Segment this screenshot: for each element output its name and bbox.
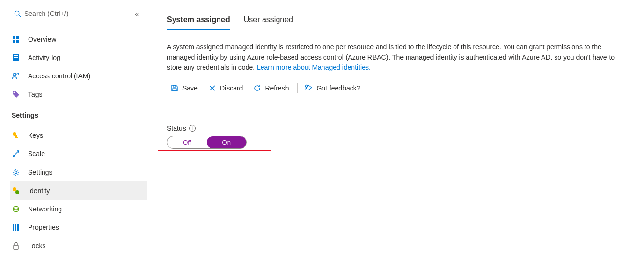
nav-locks[interactable]: Locks [10,237,147,255]
nav-label: Activity log [28,54,60,61]
discard-icon [208,84,216,92]
svg-rect-3 [16,36,19,39]
nav-label: Tags [28,90,43,98]
learn-more-link[interactable]: Learn more about Managed identities. [257,63,371,71]
status-label: Status [167,124,186,132]
tab-user-assigned[interactable]: User assigned [244,15,293,30]
svg-point-16 [13,187,16,191]
svg-rect-8 [14,57,18,58]
svg-rect-5 [16,40,19,43]
status-toggle[interactable]: Off On [167,136,247,149]
svg-rect-26 [173,89,176,91]
svg-rect-24 [14,245,18,249]
info-icon[interactable]: i [189,125,196,132]
svg-rect-22 [15,224,16,231]
gear-icon [12,168,20,177]
sidebar: « Overview Activity log Access control (… [0,0,147,270]
discard-button[interactable]: Discard [205,80,249,96]
search-row: « [10,6,147,21]
nav-label: Locks [28,242,46,250]
identity-icon [12,186,20,195]
search-icon [14,10,21,17]
svg-point-15 [15,171,17,174]
discard-label: Discard [220,84,243,92]
status-label-row: Status i [167,124,247,132]
nav-tags[interactable]: Tags [10,85,147,104]
toggle-on[interactable]: On [207,136,247,148]
svg-point-17 [15,190,19,194]
feedback-button[interactable]: Got feedback? [300,80,367,96]
svg-point-10 [17,73,19,75]
svg-rect-7 [14,55,18,56]
refresh-icon [253,84,261,92]
log-icon [12,53,20,62]
search-input[interactable] [24,10,120,17]
svg-point-29 [306,85,308,88]
save-button[interactable]: Save [167,80,205,96]
nav-identity[interactable]: Identity [10,181,147,200]
save-label: Save [182,84,198,92]
nav-label: Overview [28,35,56,43]
separator [297,83,298,93]
nav-label: Networking [28,205,62,213]
nav-settings[interactable]: Settings [10,163,147,181]
feedback-icon [304,84,312,92]
nav-label: Scale [28,150,45,158]
nav-label: Identity [28,187,50,195]
people-icon [12,72,20,80]
svg-line-1 [19,15,21,16]
nav-properties[interactable]: Properties [10,218,147,237]
search-box[interactable] [10,6,124,21]
nav-label: Settings [28,168,53,176]
nav-activity-log[interactable]: Activity log [10,48,147,67]
nav-networking[interactable]: Networking [10,200,147,218]
tag-icon [12,90,20,99]
feedback-label: Got feedback? [316,84,360,92]
toggle-off[interactable]: Off [167,136,207,148]
description: A system assigned managed identity is re… [167,42,626,73]
nav-label: Keys [28,132,43,139]
key-icon [12,131,20,140]
collapse-icon[interactable]: « [135,10,139,18]
networking-icon [12,205,20,213]
svg-point-11 [14,92,15,93]
section-settings-title: Settings [12,111,140,123]
overview-icon [12,35,20,44]
annotation-underline [158,150,271,151]
tab-system-assigned[interactable]: System assigned [167,15,230,30]
status-section: Status i Off On [167,124,247,149]
svg-rect-2 [13,36,15,39]
refresh-button[interactable]: Refresh [249,80,295,96]
nav-scale[interactable]: Scale [10,145,147,163]
nav-overview[interactable]: Overview [10,30,147,48]
description-text: A system assigned managed identity is re… [167,43,615,71]
nav-label: Access control (IAM) [28,72,90,80]
tabs: System assigned User assigned [167,15,629,30]
nav-scroll[interactable]: Overview Activity log Access control (IA… [10,30,147,270]
svg-rect-4 [13,40,15,43]
svg-point-9 [13,73,16,76]
lock-icon [12,241,20,250]
nav-label: Properties [28,224,59,231]
svg-point-0 [15,11,19,15]
main-panel: System assigned User assigned A system a… [147,0,644,270]
properties-icon [12,223,20,232]
svg-rect-14 [15,137,18,138]
scale-icon [12,150,20,158]
nav-access-control[interactable]: Access control (IAM) [10,67,147,85]
command-bar: Save Discard Refresh Got feedback? [167,80,629,99]
svg-rect-21 [13,224,14,231]
nav-keys[interactable]: Keys [10,126,147,145]
refresh-label: Refresh [265,84,289,92]
svg-rect-23 [17,224,19,231]
save-icon [171,84,178,92]
